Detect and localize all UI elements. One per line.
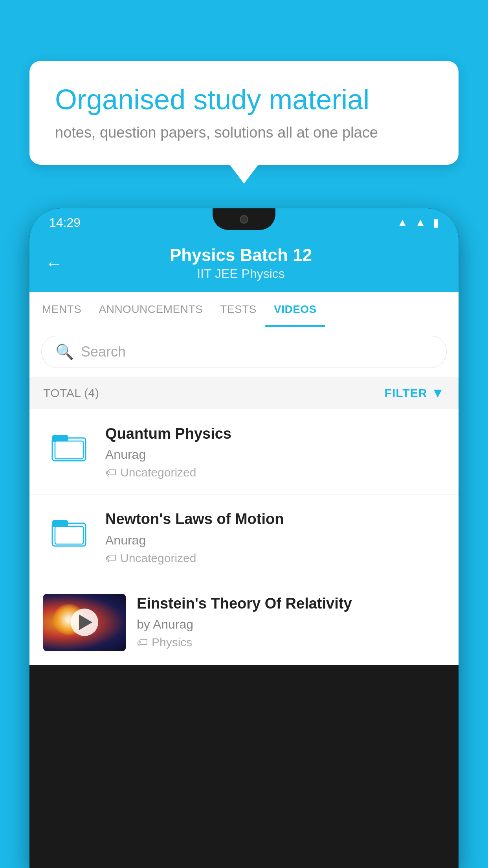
search-container: 🔍 Search (29, 327, 459, 377)
tab-tests[interactable]: TESTS (211, 292, 265, 327)
phone-notch (213, 208, 275, 230)
tab-ments[interactable]: MENTS (33, 292, 90, 327)
video-folder-icon (43, 424, 94, 467)
folder-wrapper (47, 511, 90, 551)
filter-button[interactable]: FILTER ▼ (385, 385, 445, 401)
signal-icon: ▲ (415, 216, 426, 229)
video-folder-icon (43, 509, 94, 553)
list-item[interactable]: Newton's Laws of Motion Anurag 🏷 Uncateg… (29, 495, 459, 580)
filter-label: FILTER (385, 386, 427, 400)
tag-icon-1: 🏷 (105, 466, 116, 479)
top-bar: ← Physics Batch 12 IIT JEE Physics (29, 237, 459, 292)
folder-svg-1 (50, 429, 88, 463)
search-input[interactable]: Search (81, 344, 126, 360)
video-info-3: Einstein's Theory Of Relativity by Anura… (137, 594, 445, 649)
tab-announcements[interactable]: ANNOUNCEMENTS (90, 292, 212, 327)
back-button[interactable]: ← (45, 255, 62, 272)
video-thumbnail-3 (43, 594, 126, 651)
speech-bubble: Organised study material notes, question… (29, 61, 459, 165)
video-author-3: by Anurag (137, 617, 445, 632)
play-triangle (79, 614, 92, 630)
video-category-1: 🏷 Uncategorized (105, 466, 445, 479)
folder-wrapper (47, 426, 90, 465)
category-label-1: Uncategorized (120, 466, 196, 479)
video-title-2: Newton's Laws of Motion (105, 509, 445, 529)
phone-frame: 14:29 ▲ ▲ ▮ ← Physics Batch 12 IIT JEE P… (29, 208, 459, 868)
top-bar-title: Physics Batch 12 (74, 245, 407, 265)
video-title-1: Quantum Physics (105, 424, 445, 443)
filter-icon: ▼ (431, 385, 445, 401)
video-info-2: Newton's Laws of Motion Anurag 🏷 Uncateg… (105, 509, 445, 565)
filter-row: TOTAL (4) FILTER ▼ (29, 377, 459, 409)
folder-svg-2 (50, 515, 88, 548)
list-item[interactable]: Quantum Physics Anurag 🏷 Uncategorized (29, 409, 459, 495)
svg-rect-5 (55, 526, 83, 544)
wifi-icon: ▲ (397, 216, 408, 229)
video-list: Quantum Physics Anurag 🏷 Uncategorized (29, 409, 459, 665)
video-title-3: Einstein's Theory Of Relativity (137, 594, 445, 613)
battery-icon: ▮ (433, 216, 439, 229)
bubble-subtitle: notes, question papers, solutions all at… (55, 124, 433, 141)
top-bar-tags: IIT JEE Physics (74, 267, 407, 281)
play-button-3[interactable] (71, 609, 98, 636)
video-info-1: Quantum Physics Anurag 🏷 Uncategorized (105, 424, 445, 479)
category-label-2: Uncategorized (120, 552, 196, 565)
search-bar[interactable]: 🔍 Search (41, 336, 447, 368)
tab-videos[interactable]: VIDEOS (265, 292, 325, 327)
video-category-2: 🏷 Uncategorized (105, 552, 445, 565)
tag-icon-2: 🏷 (105, 552, 116, 565)
bubble-title: Organised study material (55, 83, 433, 116)
video-category-3: 🏷 Physics (137, 636, 445, 649)
status-time: 14:29 (49, 215, 81, 230)
search-icon: 🔍 (55, 343, 74, 360)
camera (240, 215, 248, 224)
svg-rect-2 (55, 441, 83, 459)
list-item[interactable]: Einstein's Theory Of Relativity by Anura… (29, 580, 459, 665)
tab-bar: MENTS ANNOUNCEMENTS TESTS VIDEOS (29, 292, 459, 327)
video-author-2: Anurag (105, 533, 445, 548)
video-author-1: Anurag (105, 447, 445, 462)
top-bar-title-group: Physics Batch 12 IIT JEE Physics (74, 245, 407, 281)
tag-icon-3: 🏷 (137, 636, 148, 649)
status-icons: ▲ ▲ ▮ (397, 216, 439, 229)
total-count: TOTAL (4) (43, 386, 99, 400)
category-label-3: Physics (152, 636, 192, 649)
